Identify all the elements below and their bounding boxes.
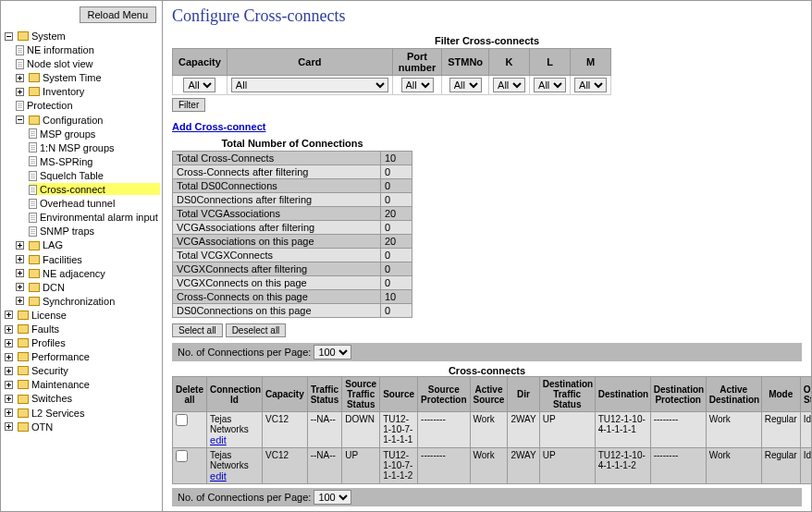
filter-select[interactable]: All [401, 78, 434, 92]
folder-icon [29, 283, 40, 292]
filter-button[interactable]: Filter [172, 98, 205, 112]
toggle-icon[interactable] [16, 73, 26, 83]
tree-item[interactable]: 1:N MSP groups [40, 142, 115, 153]
folder-icon [29, 73, 40, 82]
tree-item[interactable]: Squelch Table [40, 170, 104, 181]
source-traffic-status: UP [342, 448, 380, 484]
stat-label: VCGXConnects after filtering [173, 262, 381, 276]
dir: 2WAY [508, 448, 539, 484]
filter-select[interactable]: All [574, 78, 607, 92]
stats-table: Total Cross-Connects10Cross-Connects aft… [172, 151, 412, 318]
row-delete-checkbox[interactable] [176, 450, 188, 462]
filter-select[interactable]: All [534, 78, 566, 92]
tree-item[interactable]: Performance [31, 351, 90, 362]
tree-item[interactable]: Synchronization [43, 296, 115, 307]
toggle-icon[interactable] [5, 421, 15, 432]
xc-header: Object Status [800, 377, 811, 412]
conn-id: Tejas Networksedit [207, 412, 263, 448]
toggle-icon[interactable] [5, 310, 15, 320]
active-destination: Work [706, 412, 761, 448]
folder-icon [29, 87, 40, 96]
tree-item[interactable]: MSP groups [40, 128, 95, 140]
toggle-icon[interactable] [5, 352, 15, 362]
tree-item[interactable]: L2 Services [31, 408, 84, 419]
stat-label: Total VCGXConnects [173, 249, 381, 262]
toggle-icon[interactable] [5, 338, 15, 348]
source: TU12-1-10-7-1-1-1-2 [380, 448, 418, 484]
cross-connects-table: Delete allConnection IdCapacityTraffic S… [172, 376, 811, 484]
filter-select[interactable]: All [449, 78, 482, 92]
conn-id: Tejas Networksedit [207, 448, 263, 484]
tree-item[interactable]: Overhead tunnel [40, 198, 115, 209]
tree-item[interactable]: Node slot view [27, 58, 93, 69]
perpage-select-bottom[interactable]: 100 [314, 490, 351, 505]
toggle-icon[interactable] [5, 31, 15, 42]
folder-icon [18, 31, 29, 41]
toggle-icon[interactable] [5, 394, 15, 404]
folder-icon [29, 255, 40, 264]
tree-item-system[interactable]: System [31, 30, 66, 42]
stat-value: 0 [381, 304, 412, 318]
tree-item[interactable]: Maintenance [31, 379, 90, 390]
capacity: VC12 [263, 448, 308, 484]
tree-item[interactable]: OTN [31, 421, 53, 433]
folder-icon [18, 408, 29, 418]
tree-item[interactable]: License [31, 310, 67, 321]
filter-header: Card [227, 49, 392, 76]
tree-item[interactable]: DCN [43, 282, 65, 293]
filter-select[interactable]: All [231, 78, 388, 92]
page-icon [29, 213, 37, 223]
filter-select[interactable]: All [183, 78, 215, 92]
tree-item[interactable]: MS-SPRing [40, 156, 92, 167]
dir: 2WAY [508, 412, 539, 448]
stat-label: Total Cross-Connects [173, 152, 381, 165]
tree-item[interactable]: LAG [43, 240, 63, 251]
tree-item[interactable]: NE information [27, 44, 94, 55]
add-cross-connect-link-top[interactable]: Add Cross-connect [172, 121, 265, 132]
toggle-icon[interactable] [16, 87, 26, 97]
tree-item[interactable]: Profiles [31, 337, 66, 348]
toggle-icon[interactable] [16, 240, 26, 250]
tree-item[interactable]: Switches [31, 394, 72, 405]
toggle-icon[interactable] [5, 408, 15, 418]
tree-item[interactable]: NE adjacency [43, 268, 105, 279]
destination-protection: -------- [650, 448, 706, 484]
tree-item[interactable]: Environmental alarm input [40, 212, 158, 223]
tree-item[interactable]: SNMP traps [40, 226, 94, 237]
tree-item[interactable]: Facilities [43, 254, 82, 265]
tree-item[interactable]: Protection [27, 101, 73, 112]
stat-label: Cross-Connects on this page [173, 290, 381, 304]
stat-value: 20 [381, 235, 412, 249]
xc-header: Active Destination [706, 377, 761, 412]
toggle-icon[interactable] [5, 366, 15, 376]
tree-item[interactable]: System Time [43, 72, 102, 83]
deselect-all-button[interactable]: Deselect all [226, 323, 287, 337]
toggle-icon[interactable] [5, 324, 15, 335]
toggle-icon[interactable] [16, 296, 26, 306]
toggle-icon[interactable] [16, 254, 26, 264]
toggle-icon[interactable] [16, 282, 26, 292]
toggle-icon[interactable] [5, 380, 15, 390]
perpage-select-top[interactable]: 100 [314, 345, 351, 360]
tree-item[interactable]: Configuration [43, 115, 103, 126]
capacity: VC12 [263, 412, 308, 448]
mode: Regular [761, 448, 800, 484]
reload-menu-button[interactable]: Reload Menu [80, 6, 156, 23]
edit-link[interactable]: edit [210, 434, 227, 445]
toggle-icon[interactable] [16, 268, 26, 278]
tree-item[interactable]: Faults [31, 323, 59, 335]
content-area: Configure Cross-connects Filter Cross-co… [163, 1, 811, 511]
row-delete-checkbox[interactable] [176, 414, 188, 426]
tree-item[interactable]: Inventory [43, 86, 84, 97]
tree-item[interactable]: Cross-connect [40, 184, 105, 195]
toggle-icon[interactable] [16, 115, 26, 125]
xc-header: Capacity [263, 377, 308, 412]
select-all-button[interactable]: Select all [172, 323, 223, 337]
filter-select[interactable]: All [493, 78, 525, 92]
traffic-status: --NA-- [307, 412, 342, 448]
folder-icon [29, 116, 40, 125]
page-icon [16, 59, 24, 69]
edit-link[interactable]: edit [210, 470, 227, 482]
tree-item[interactable]: Security [31, 365, 68, 376]
xc-header: Source Protection [418, 377, 470, 412]
